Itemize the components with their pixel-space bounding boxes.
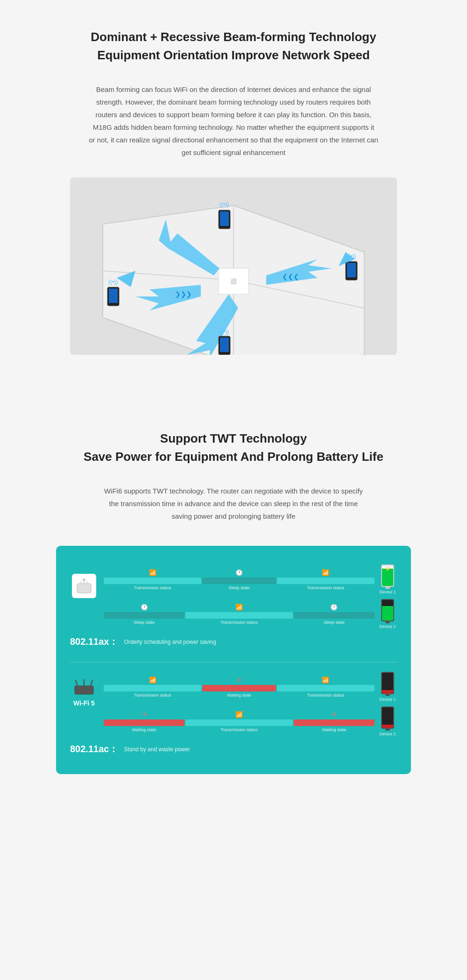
ax-desc-label: Orderly scheduling and power saving (124, 639, 216, 645)
svg-rect-36 (75, 686, 93, 694)
beamforming-description: Beam forming can focus WiFi on the direc… (89, 83, 378, 159)
ax-d2-transmission-label: Transmission status (185, 620, 293, 625)
svg-text:((•)): ((•)) (219, 329, 229, 335)
svg-rect-23 (220, 212, 229, 226)
svg-rect-20 (347, 263, 356, 277)
svg-text:((•)): ((•)) (108, 279, 118, 285)
svg-text:❯❯❯: ❯❯❯ (282, 274, 299, 282)
twt-title: Support TWT Technology Save Power for Eq… (56, 430, 411, 466)
w5-d2-waiting1-label: Waiting state (104, 727, 184, 732)
svg-rect-30 (77, 584, 91, 593)
svg-text:⬜: ⬜ (230, 278, 237, 284)
w5-d2-trans-label: Transmission status (185, 727, 293, 732)
ax-d1-sleep-label: Sleep state (202, 585, 276, 590)
ax-protocol-label: 802.11ax： (70, 635, 118, 648)
ac-desc-label: Stand by and waste power (124, 746, 190, 753)
twt-description: WiFi6 supports TWT technology. The route… (103, 485, 364, 522)
w5-d2-waiting2-label: Waiting state (294, 727, 375, 732)
w5-d1-waiting-label: Waiting state (202, 693, 276, 698)
svg-rect-26 (220, 338, 229, 352)
w5-device2-label: Device 2 (379, 732, 396, 736)
twt-diagram: 📶 🕐 📶 (56, 546, 411, 774)
ax-section: 📶 🕐 📶 (70, 564, 397, 648)
svg-text:❯❯❯: ❯❯❯ (175, 290, 192, 298)
ax-d2-sleep2-label: Sleep state (294, 620, 375, 625)
svg-line-35 (86, 581, 88, 584)
wifi5-section: Wi-Fi 5 📶 ✳ 📶 (70, 672, 397, 755)
ac-protocol-label: 802.11ac： (70, 743, 118, 755)
ax-device1-label: Device 1 (379, 590, 396, 594)
beamforming-title: Dominant + Recessive Beam-forming Techno… (56, 28, 411, 64)
ax-d2-sleep1-label: Sleep state (104, 620, 184, 625)
w5-d1-trans1-label: Transmission status (104, 693, 201, 698)
ax-device2-label: Device 2 (379, 624, 396, 629)
w5-device1-label: Device 1 (379, 697, 396, 702)
beamforming-diagram: ⬜ ❯❯❯ ❯❯❯ (70, 177, 397, 355)
svg-line-40 (91, 680, 92, 686)
ax-d1-transmission2-label: Transmission status (277, 585, 375, 590)
twt-section: Support TWT Technology Save Power for Eq… (0, 402, 467, 793)
w5-d1-trans2-label: Transmission status (277, 693, 375, 698)
wifi5-label: Wi-Fi 5 (73, 699, 95, 707)
svg-line-38 (76, 680, 78, 686)
svg-line-33 (80, 581, 82, 584)
ax-d1-transmission1-label: Transmission status (104, 585, 201, 590)
svg-text:((•)): ((•)) (219, 201, 229, 208)
svg-rect-17 (109, 289, 118, 303)
beamforming-section: Dominant + Recessive Beam-forming Techno… (0, 0, 467, 402)
page-wrapper: Dominant + Recessive Beam-forming Techno… (0, 0, 467, 793)
